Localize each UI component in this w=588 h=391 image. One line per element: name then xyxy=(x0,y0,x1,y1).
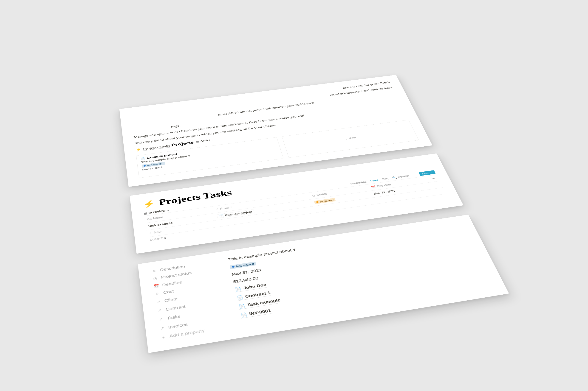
page-icon: 📄 xyxy=(219,214,224,217)
projects-tasks-link[interactable]: ⚡ Projects Tasks xyxy=(135,144,170,152)
page-icon: 📄 xyxy=(235,286,242,292)
status-dot-icon xyxy=(316,201,319,203)
properties-button[interactable]: Properties xyxy=(350,180,367,185)
number-icon: # xyxy=(154,291,160,296)
plus-icon: ＋ xyxy=(160,334,167,340)
text-icon: Aa xyxy=(147,217,152,220)
text-lines-icon: ≡ xyxy=(151,269,157,273)
plus-icon: ＋ xyxy=(344,137,349,141)
projects-tasks-link-label: Projects Tasks xyxy=(143,144,170,151)
relation-icon: ↗ xyxy=(156,308,163,313)
sort-button[interactable]: Sort xyxy=(382,177,389,181)
relation-icon: ↗ xyxy=(159,326,165,331)
project-card[interactable]: 📄 Example project This is example projec… xyxy=(136,137,284,178)
projects-view-selector[interactable]: ▦ Active ⌄ xyxy=(196,138,214,143)
page-icon: 📄 xyxy=(238,303,246,309)
status-dot-icon xyxy=(232,266,235,268)
select-icon: ◔ xyxy=(152,276,158,281)
chevron-down-icon: ⌄ xyxy=(167,209,169,211)
calendar-icon: 📅 xyxy=(370,186,376,189)
more-button[interactable]: ··· xyxy=(412,174,416,177)
new-project-card[interactable]: ＋ New xyxy=(282,120,419,158)
relation-icon: ↗ xyxy=(215,208,219,211)
chevron-down-icon: ⌄ xyxy=(430,171,433,174)
filter-button[interactable]: Filter xyxy=(370,179,379,183)
page-icon: 📄 xyxy=(240,312,248,318)
chevron-down-icon: ⌄ xyxy=(211,139,214,141)
search-icon: 🔍 xyxy=(392,176,397,179)
bolt-icon: ⚡ xyxy=(142,199,156,209)
relation-icon: ↗ xyxy=(157,317,164,322)
select-icon: ◔ xyxy=(312,194,316,197)
table-icon: ▦ xyxy=(144,212,147,215)
status-dot-icon xyxy=(144,165,146,167)
page-icon: 📄 xyxy=(236,295,244,300)
relation-icon: ↗ xyxy=(155,299,161,304)
calendar-icon: 📅 xyxy=(153,284,159,289)
gallery-icon: ▦ xyxy=(196,140,199,143)
plus-icon: ＋ xyxy=(148,231,153,235)
page-icon: 📄 xyxy=(141,157,145,160)
bolt-icon: ⚡ xyxy=(135,148,142,152)
